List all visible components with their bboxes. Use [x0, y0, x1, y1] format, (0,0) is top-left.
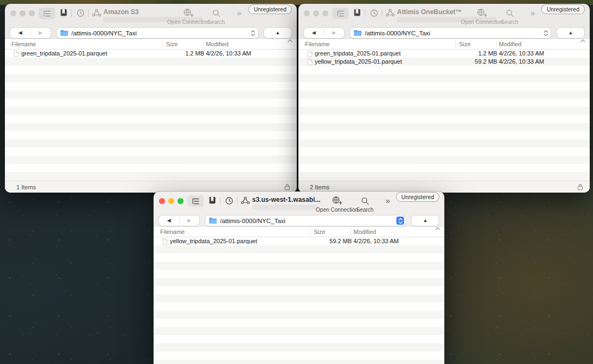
search-icon	[202, 7, 230, 17]
history-icon[interactable]	[369, 8, 378, 17]
sort-ascending-icon	[435, 227, 440, 230]
outline-view-icon[interactable]	[187, 195, 204, 207]
file-name: green_tripdata_2025-01.parquet	[21, 50, 107, 58]
close-button[interactable]	[10, 10, 16, 16]
search-button[interactable]: Search	[351, 195, 379, 213]
toolbar-overflow-chevrons-icon[interactable]: »	[386, 196, 389, 205]
column-filename[interactable]: Filename	[305, 39, 329, 50]
file-modified: 4/2/26, 10:33 AM	[499, 58, 544, 66]
minimize-button[interactable]	[168, 198, 174, 204]
go-up-button[interactable]: ▲	[557, 28, 584, 38]
bookmarks-icon[interactable]	[353, 8, 361, 17]
close-button[interactable]	[304, 10, 310, 16]
browser-window-attimis-onebucket: Attimis OneBucket™ Open Connection Searc…	[298, 4, 590, 193]
file-icon	[162, 238, 168, 245]
sort-ascending-icon	[580, 39, 585, 42]
file-icon	[307, 51, 313, 57]
column-size[interactable]: Size	[166, 39, 178, 50]
outline-view-icon[interactable]	[39, 8, 55, 19]
file-list[interactable]: green_tripdata_2025-01.parquet1.2 MB4/2/…	[5, 50, 297, 181]
traffic-lights	[10, 10, 35, 16]
file-row[interactable]: green_tripdata_2025-01.parquet1.2 MB4/2/…	[5, 50, 297, 58]
path-dropdown[interactable]: /attimis-0000/NYC_Taxi	[205, 215, 406, 226]
column-modified[interactable]: Modified	[206, 39, 229, 50]
unregistered-badge[interactable]: Unregistered	[248, 4, 292, 14]
unregistered-badge[interactable]: Unregistered	[396, 192, 439, 202]
minimize-button[interactable]	[20, 10, 26, 16]
history-icon[interactable]	[76, 8, 85, 17]
zoom-button[interactable]	[322, 10, 328, 16]
forward-button[interactable]: ▶	[180, 215, 200, 226]
list-header: Filename Size Modified	[298, 39, 590, 50]
go-up-button[interactable]: ▲	[412, 215, 439, 226]
current-path: /attimis-0000/NYC_Taxi	[365, 30, 542, 36]
toolbar-divider	[71, 9, 72, 17]
column-size[interactable]: Size	[314, 227, 325, 237]
forward-button[interactable]: ▶	[325, 28, 345, 38]
connections-icon[interactable]	[385, 8, 395, 17]
browser-window-amazon-s3: Amazon S3 Open Connection Search » Unreg…	[5, 4, 297, 193]
list-header: Filename Size Modified	[5, 39, 297, 50]
toolbar-overflow-chevrons-icon[interactable]: »	[237, 9, 241, 17]
toolbar-divider	[88, 9, 89, 17]
status-bar: 1 Items	[5, 181, 297, 193]
history-nav-segment: ◀ ▶	[159, 215, 199, 226]
zoom-button[interactable]	[178, 198, 184, 204]
current-path: /attimis-0000/NYC_Taxi	[220, 218, 396, 224]
column-modified[interactable]: Modified	[499, 39, 522, 50]
back-button[interactable]: ◀	[10, 28, 30, 38]
path-stepper-icon[interactable]	[396, 217, 404, 225]
back-button[interactable]: ◀	[159, 215, 179, 226]
folder-icon	[209, 217, 217, 224]
toolbar-divider	[382, 9, 382, 17]
path-bar: ◀ ▶ /attimis-0000/NYC_Taxi ▲	[5, 27, 297, 39]
file-icon	[14, 51, 19, 57]
search-button[interactable]: Search	[496, 7, 524, 25]
item-count: 1 Items	[16, 184, 36, 190]
bookmarks-icon[interactable]	[209, 196, 216, 205]
file-modified: 4/2/26, 10:33 AM	[353, 237, 399, 245]
column-modified[interactable]: Modified	[353, 227, 376, 237]
back-button[interactable]: ◀	[304, 28, 324, 38]
toolbar-overflow-chevrons-icon[interactable]: »	[530, 9, 534, 17]
zoom-button[interactable]	[29, 10, 35, 16]
unregistered-badge[interactable]: Unregistered	[541, 4, 585, 14]
window-toolbar[interactable]: s3.us-west-1.wasabi... Open Connection S…	[154, 192, 444, 215]
file-list[interactable]: yellow_tripdata_2025-01.parquet59.2 MB4/…	[154, 237, 444, 364]
forward-button[interactable]: ▶	[31, 28, 51, 38]
window-toolbar[interactable]: Amazon S3 Open Connection Search » Unreg…	[5, 4, 297, 27]
file-row[interactable]: green_tripdata_2025-01.parquet1.2 MB4/2/…	[298, 50, 590, 58]
path-dropdown[interactable]: /attimis-0000/NYC_Taxi	[350, 28, 551, 38]
connections-icon[interactable]	[91, 8, 101, 17]
item-count: 2 Items	[310, 184, 329, 190]
minimize-button[interactable]	[313, 10, 319, 16]
go-up-button[interactable]: ▲	[264, 28, 291, 38]
history-nav-segment: ◀ ▶	[304, 28, 344, 38]
path-bar: ◀ ▶ /attimis-0000/NYC_Taxi ▲	[298, 27, 590, 39]
browser-window-wasabi: s3.us-west-1.wasabi... Open Connection S…	[154, 192, 444, 364]
path-stepper-icon[interactable]	[542, 29, 549, 37]
outline-view-icon[interactable]	[332, 8, 349, 19]
path-bar: ◀ ▶ /attimis-0000/NYC_Taxi ▲	[154, 215, 444, 226]
search-button[interactable]: Search	[202, 7, 230, 25]
file-list[interactable]: green_tripdata_2025-01.parquet1.2 MB4/2/…	[298, 50, 590, 181]
column-filename[interactable]: Filename	[160, 227, 185, 237]
history-icon[interactable]	[224, 196, 234, 205]
close-button[interactable]	[159, 198, 165, 204]
transfer-status-strip	[252, 205, 317, 210]
connections-icon[interactable]	[240, 196, 250, 205]
sort-ascending-icon	[288, 39, 292, 42]
bookmarks-icon[interactable]	[60, 8, 68, 17]
window-toolbar[interactable]: Attimis OneBucket™ Open Connection Searc…	[298, 4, 590, 27]
column-filename[interactable]: Filename	[11, 39, 36, 50]
file-name: yellow_tripdata_2025-01.parquet	[170, 237, 257, 245]
history-nav-segment: ◀ ▶	[10, 28, 51, 38]
lock-icon	[284, 183, 290, 190]
lock-icon	[577, 183, 583, 190]
path-dropdown[interactable]: /attimis-0000/NYC_Taxi	[57, 28, 258, 38]
folder-icon	[353, 29, 362, 36]
path-stepper-icon[interactable]	[249, 29, 256, 37]
file-row[interactable]: yellow_tripdata_2025-01.parquet59.2 MB4/…	[298, 58, 590, 66]
file-row[interactable]: yellow_tripdata_2025-01.parquet59.2 MB4/…	[154, 237, 444, 245]
column-size[interactable]: Size	[459, 39, 470, 50]
